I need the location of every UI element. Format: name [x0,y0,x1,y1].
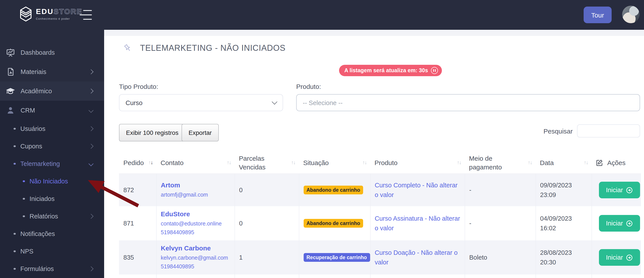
column-header-meio-pagamento[interactable]: Meio de pagamento ↑↓ [464,152,536,174]
cell-pedido: 872 [119,174,156,206]
bullet-icon [14,145,16,147]
tour-button[interactable]: Tour [584,7,612,23]
table-row: 872 Artom artomfj@gmail.com 0 Abandono d… [119,174,641,206]
sidebar-item-nao-iniciados[interactable]: Não Iniciados [0,172,104,190]
cell-contato: Kelvyn Carbone kelvyn.carbone@gmail.com … [156,240,234,274]
brand-name: EDUSTORE [36,8,82,16]
sidebar-item-label: Não Iniciados [30,178,68,185]
table-row [119,274,641,278]
sidebar-item-formularios[interactable]: Formulários [0,260,104,277]
sidebar: Dashboards Materiais [0,30,104,278]
presentation-chart-icon [6,48,15,57]
sidebar-item-iniciados[interactable]: Iniciados [0,190,104,207]
page-header: TELEMARKETING - NÃO INICIADOS [122,43,286,53]
contact-email[interactable]: contato@edustore.online [161,219,231,228]
sort-icon: ↑↓ [528,159,532,166]
sort-icon: ↑↓ [362,159,366,166]
contact-email[interactable]: kelvyn.carbone@gmail.com [161,253,231,262]
iniciar-button[interactable]: Iniciar [599,249,640,266]
column-header-data[interactable]: Data ↑↓ [536,152,592,174]
column-header-parcelas[interactable]: Parcelas Vencidas ↑↓ [234,152,299,174]
sidebar-item-usuarios[interactable]: Usuários [0,120,104,137]
table-row: 871 EduStore contato@edustore.online 519… [119,206,641,240]
search-input[interactable] [577,124,640,137]
tipo-produto-select[interactable]: Curso [119,94,283,111]
menu-toggle-icon[interactable] [80,10,92,20]
page-title: TELEMARKETING - NÃO INICIADOS [140,43,286,53]
cell-parcelas: 0 [234,206,299,240]
brand-tagline: Conhecimento é poder [36,17,82,20]
arrow-right-circle-icon [626,220,632,226]
bullet-icon [23,180,25,182]
sidebar-item-label: Notificações [20,230,55,237]
cell-data: 04/09/2023 16:02 [536,206,592,240]
brand-logo: EDUSTORE Conhecimento é poder [19,6,82,22]
main-content: TELEMARKETING - NÃO INICIADOS A listagem… [104,30,644,278]
produto-placeholder: -- Selecione -- [303,99,342,106]
arrow-right-circle-icon [626,187,632,193]
topbar: EDUSTORE Conhecimento é poder Tour [0,0,644,30]
chevron-down-icon [88,161,94,166]
exibir-registros-button[interactable]: Exibir 100 registros [119,124,186,141]
sidebar-item-label: Usuários [20,125,45,132]
sort-icon: ↑↓ [291,159,295,166]
sidebar-item-label: Acadêmico [20,88,52,95]
contact-name-link[interactable]: Artom [161,181,231,190]
sidebar-crm-group: CRM Usuários Cupons Telemarketing Não I [0,101,104,278]
sidebar-item-nps[interactable]: NPS [0,242,104,260]
pesquisar-label: Pesquisar [544,127,573,135]
iniciar-button[interactable]: Iniciar [599,215,640,232]
sidebar-item-label: Cupons [20,143,42,150]
contact-email[interactable]: artomfj@gmail.com [161,190,231,199]
cell-data: 09/09/2023 23:09 [536,174,592,206]
column-header-contato[interactable]: Contato ↑↓ [156,152,234,174]
chevron-right-icon [88,214,94,219]
sidebar-item-notificacoes[interactable]: Notificações [0,225,104,242]
contact-phone[interactable]: 51984409895 [161,228,231,237]
sidebar-item-academico[interactable]: Acadêmico [0,81,104,101]
product-link[interactable]: Curso Completo - Não alterar o valor [375,180,461,200]
contact-name-link[interactable]: EduStore [161,209,231,219]
sidebar-item-label: Relatórios [30,213,58,220]
cell-situacao: Abandono de carrinho [299,174,370,206]
cell-situacao: Abandono de carrinho [299,206,370,240]
chevron-right-icon [88,89,94,94]
sort-icon: ↑↓ [227,159,231,166]
sidebar-item-crm[interactable]: CRM [0,101,104,120]
column-header-situacao[interactable]: Situação ↑↓ [299,152,370,174]
exportar-button[interactable]: Exportar [182,124,219,141]
telemarketing-table: Pedido ↑↓ Contato ↑↓ Parcelas Vencidas ↑… [119,152,641,278]
table-row: 835 Kelvyn Carbone kelvyn.carbone@gmail.… [119,240,641,274]
sidebar-item-telemarketing[interactable]: Telemarketing [0,155,104,172]
bullet-icon [23,198,25,200]
cell-produto: Curso Doação - Não alterar o valor [370,240,464,274]
avatar[interactable] [622,6,640,23]
table-header-row: Pedido ↑↓ Contato ↑↓ Parcelas Vencidas ↑… [119,152,641,174]
iniciar-button[interactable]: Iniciar [599,182,640,198]
contact-phone[interactable]: 51984409895 [161,262,231,271]
cell-parcelas: 1 [234,240,299,274]
sidebar-item-dashboards[interactable]: Dashboards [0,43,104,62]
produto-select[interactable]: -- Selecione -- [296,94,640,111]
bullet-icon [14,128,16,130]
sidebar-item-relatorios[interactable]: Relatórios [0,207,104,225]
bullet-icon [14,268,16,270]
cell-meio-pagamento: - [464,206,536,240]
refresh-banner: A listagem será atualiza em: 30s [339,65,442,76]
product-link[interactable]: Curso Doação - Não alterar o valor [375,247,461,267]
column-header-produto[interactable]: Produto ↑↓ [370,152,464,174]
sidebar-item-label: Iniciados [30,195,54,202]
cell-meio-pagamento: Boleto [464,240,536,274]
product-link[interactable]: Curso Assinatura - Não alterar o valor [375,213,461,233]
sidebar-item-label: Formulários [20,265,54,272]
cell-pedido: 835 [119,240,156,274]
pause-circle-icon[interactable] [431,67,438,74]
chevron-right-icon [88,126,94,131]
cell-acoes: Iniciar [592,240,641,274]
sidebar-item-cupons[interactable]: Cupons [0,137,104,155]
contact-name-link[interactable]: Kelvyn Carbone [161,243,231,253]
sidebar-item-materiais[interactable]: Materiais [0,62,104,81]
cell-produto: Curso Completo - Não alterar o valor [370,174,464,206]
column-header-pedido[interactable]: Pedido ↑↓ [119,152,156,174]
refresh-banner-text: A listagem será atualiza em: 30s [344,67,428,74]
